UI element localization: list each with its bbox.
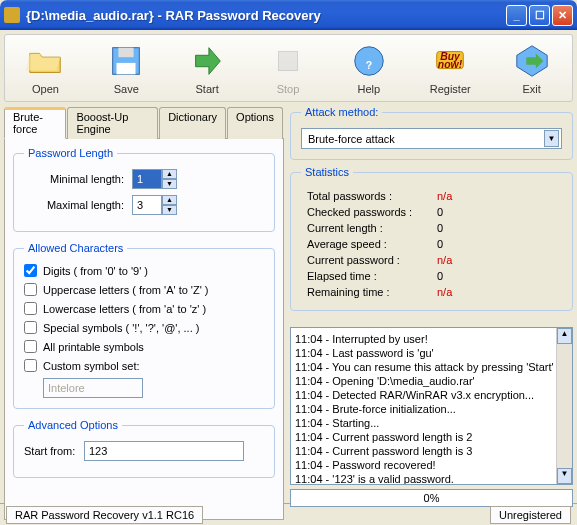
open-button[interactable]: Open bbox=[17, 39, 73, 97]
tab-options[interactable]: Options bbox=[227, 107, 283, 139]
chevron-down-icon[interactable]: ▼ bbox=[544, 130, 559, 147]
min-down[interactable]: ▼ bbox=[162, 179, 177, 189]
allowed-check-3[interactable] bbox=[24, 321, 37, 334]
statistics-legend: Statistics bbox=[301, 166, 353, 178]
stat-value-6: n/a bbox=[437, 286, 452, 298]
tab-dictionary[interactable]: Dictionary bbox=[159, 107, 226, 139]
start-from-label: Start from: bbox=[24, 445, 84, 457]
tool-label: Exit bbox=[522, 83, 540, 95]
svg-rect-2 bbox=[117, 63, 136, 74]
allowed-check-4[interactable] bbox=[24, 340, 37, 353]
log-line: 11:04 - Detected RAR/WinRAR v3.x encrypt… bbox=[295, 388, 568, 402]
allowed-check-0[interactable] bbox=[24, 264, 37, 277]
max-down[interactable]: ▼ bbox=[162, 205, 177, 215]
stat-label-2: Current length : bbox=[307, 222, 437, 234]
attack-method-label: Attack method: bbox=[301, 106, 382, 118]
allowed-label-2: Lowercase letters ( from 'a' to 'z' ) bbox=[43, 303, 206, 315]
attack-method-combo[interactable]: Brute-force attack ▼ bbox=[301, 128, 562, 149]
stat-value-5: 0 bbox=[437, 270, 443, 282]
stop-icon bbox=[268, 41, 308, 81]
start-from-input[interactable] bbox=[84, 441, 244, 461]
log-line: 11:04 - Starting... bbox=[295, 416, 568, 430]
statusbar: RAR Password Recovery v1.1 RC16 Unregist… bbox=[0, 503, 577, 525]
folder-icon bbox=[25, 41, 65, 81]
tabs: Brute-forceBooost-Up EngineDictionaryOpt… bbox=[4, 106, 284, 139]
buy-icon: Buynow! bbox=[430, 41, 470, 81]
tool-label: Help bbox=[358, 83, 381, 95]
log-line: 11:04 - Password recovered! bbox=[295, 458, 568, 472]
stat-value-2: 0 bbox=[437, 222, 443, 234]
progress-text: 0% bbox=[424, 492, 440, 504]
allowed-label-4: All printable symbols bbox=[43, 341, 144, 353]
svg-rect-3 bbox=[279, 52, 298, 71]
help-button[interactable]: ?Help bbox=[341, 39, 397, 97]
minimize-button[interactable]: _ bbox=[506, 5, 527, 26]
stat-value-4: n/a bbox=[437, 254, 452, 266]
tab-bruteforce: Password Length Minimal length: ▲▼ Maxim… bbox=[4, 139, 284, 520]
max-length-input[interactable] bbox=[132, 195, 162, 215]
log-line: 11:04 - Interrupted by user! bbox=[295, 332, 568, 346]
password-length-group: Password Length Minimal length: ▲▼ Maxim… bbox=[13, 147, 275, 232]
register-button[interactable]: Buynow!Register bbox=[422, 39, 479, 97]
log-line: 11:04 - Brute-force initialization... bbox=[295, 402, 568, 416]
log-line: 11:04 - Last password is 'gu' bbox=[295, 346, 568, 360]
log-line: 11:04 - You can resume this attack by pr… bbox=[295, 360, 568, 374]
stat-value-3: 0 bbox=[437, 238, 443, 250]
app-icon bbox=[4, 7, 20, 23]
stat-label-3: Average speed : bbox=[307, 238, 437, 250]
progress-bar: 0% bbox=[290, 489, 573, 507]
tool-label: Open bbox=[32, 83, 59, 95]
min-length-label: Minimal length: bbox=[24, 173, 124, 185]
statistics-group: Statistics Total passwords :n/aChecked p… bbox=[290, 166, 573, 311]
status-version: RAR Password Recovery v1.1 RC16 bbox=[6, 506, 203, 524]
allowed-check-5[interactable] bbox=[24, 359, 37, 372]
allowed-label-0: Digits ( from '0' to '9' ) bbox=[43, 265, 148, 277]
stat-label-6: Remaining time : bbox=[307, 286, 437, 298]
allowed-label-3: Special symbols ( '!', '?', '@', ... ) bbox=[43, 322, 199, 334]
toolbar: OpenSaveStartStop?HelpBuynow!RegisterExi… bbox=[4, 34, 573, 102]
scrollbar[interactable]: ▲▼ bbox=[556, 328, 572, 484]
start-button[interactable]: Start bbox=[179, 39, 235, 97]
advanced-options-group: Advanced Options Start from: bbox=[13, 419, 275, 478]
log-line: 11:04 - Current password length is 2 bbox=[295, 430, 568, 444]
allowed-check-1[interactable] bbox=[24, 283, 37, 296]
stat-value-0: n/a bbox=[437, 190, 452, 202]
min-length-input[interactable] bbox=[132, 169, 162, 189]
tool-label: Register bbox=[430, 83, 471, 95]
tool-label: Save bbox=[114, 83, 139, 95]
log-output[interactable]: 11:04 - Interrupted by user!11:04 - Last… bbox=[290, 327, 573, 485]
allowed-label-1: Uppercase letters ( from 'A' to 'Z' ) bbox=[43, 284, 209, 296]
exit-icon bbox=[512, 41, 552, 81]
tool-label: Stop bbox=[277, 83, 300, 95]
stat-value-1: 0 bbox=[437, 206, 443, 218]
stat-label-1: Checked passwords : bbox=[307, 206, 437, 218]
min-up[interactable]: ▲ bbox=[162, 169, 177, 179]
log-line: 11:04 - '123' is a valid password. bbox=[295, 472, 568, 485]
status-registration: Unregistered bbox=[490, 506, 571, 524]
allowed-chars-group: Allowed Characters Digits ( from '0' to … bbox=[13, 242, 275, 409]
max-up[interactable]: ▲ bbox=[162, 195, 177, 205]
close-button[interactable]: ✕ bbox=[552, 5, 573, 26]
tool-label: Start bbox=[196, 83, 219, 95]
tab-brute-force[interactable]: Brute-force bbox=[4, 107, 66, 139]
stat-label-0: Total passwords : bbox=[307, 190, 437, 202]
maximize-button[interactable]: ☐ bbox=[529, 5, 550, 26]
max-length-label: Maximal length: bbox=[24, 199, 124, 211]
arrow-right-icon bbox=[187, 41, 227, 81]
custom-symbol-input[interactable] bbox=[43, 378, 143, 398]
svg-rect-1 bbox=[119, 48, 134, 58]
allowed-check-2[interactable] bbox=[24, 302, 37, 315]
floppy-icon bbox=[106, 41, 146, 81]
save-button[interactable]: Save bbox=[98, 39, 154, 97]
window-title: {D:\media_audio.rar} - RAR Password Reco… bbox=[26, 8, 504, 23]
log-line: 11:04 - Opening 'D:\media_audio.rar' bbox=[295, 374, 568, 388]
allowed-label-5: Custom symbol set: bbox=[43, 360, 140, 372]
stop-button: Stop bbox=[260, 39, 316, 97]
tab-booost-up-engine[interactable]: Booost-Up Engine bbox=[67, 107, 158, 139]
svg-text:?: ? bbox=[366, 60, 372, 71]
password-length-legend: Password Length bbox=[24, 147, 117, 159]
log-line: 11:04 - Current password length is 3 bbox=[295, 444, 568, 458]
help-icon: ? bbox=[349, 41, 389, 81]
exit-button[interactable]: Exit bbox=[504, 39, 560, 97]
titlebar: {D:\media_audio.rar} - RAR Password Reco… bbox=[0, 0, 577, 30]
